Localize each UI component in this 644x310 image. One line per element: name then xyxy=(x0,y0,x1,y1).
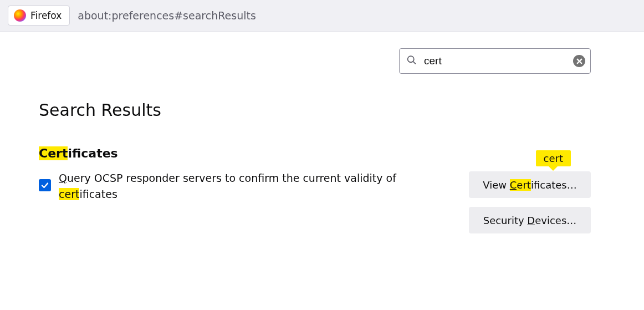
svg-line-1 xyxy=(413,62,416,64)
view-certificates-button[interactable]: View Certificates… xyxy=(469,171,591,198)
certificates-section: Query OCSP responder servers to confirm … xyxy=(39,170,591,233)
svg-point-0 xyxy=(408,56,414,62)
search-field xyxy=(399,48,591,74)
address-bar: Firefox about:preferences#searchResults xyxy=(0,0,644,32)
app-name: Firefox xyxy=(30,10,62,21)
page-title: Search Results xyxy=(39,100,591,120)
preferences-content: Search Results Certificates Query OCSP r… xyxy=(0,32,644,233)
option-highlight: cert xyxy=(59,188,79,200)
page-url[interactable]: about:preferences#searchResults xyxy=(78,9,256,22)
search-container xyxy=(39,48,591,74)
search-input[interactable] xyxy=(399,48,591,74)
check-icon xyxy=(40,181,49,190)
accesskey-q: Q xyxy=(59,172,67,184)
ocsp-checkbox[interactable] xyxy=(39,179,51,191)
heading-highlight: Cert xyxy=(39,146,68,160)
firefox-logo-icon xyxy=(14,9,26,22)
search-icon xyxy=(407,55,416,67)
ocsp-option-row: Query OCSP responder servers to confirm … xyxy=(39,170,416,202)
accesskey-c: C xyxy=(510,179,517,191)
security-devices-button[interactable]: Security Devices… xyxy=(469,207,591,233)
heading-rest: ificates xyxy=(68,146,117,160)
accesskey-d: D xyxy=(527,215,535,226)
ocsp-option-label[interactable]: Query OCSP responder servers to confirm … xyxy=(59,170,416,202)
certificates-buttons: cert View Certificates… Security Devices… xyxy=(469,171,591,233)
search-tooltip: cert xyxy=(536,150,571,166)
firefox-badge: Firefox xyxy=(8,6,70,26)
close-icon xyxy=(576,58,582,64)
clear-search-button[interactable] xyxy=(573,55,585,67)
section-heading-certificates: Certificates xyxy=(39,146,591,160)
